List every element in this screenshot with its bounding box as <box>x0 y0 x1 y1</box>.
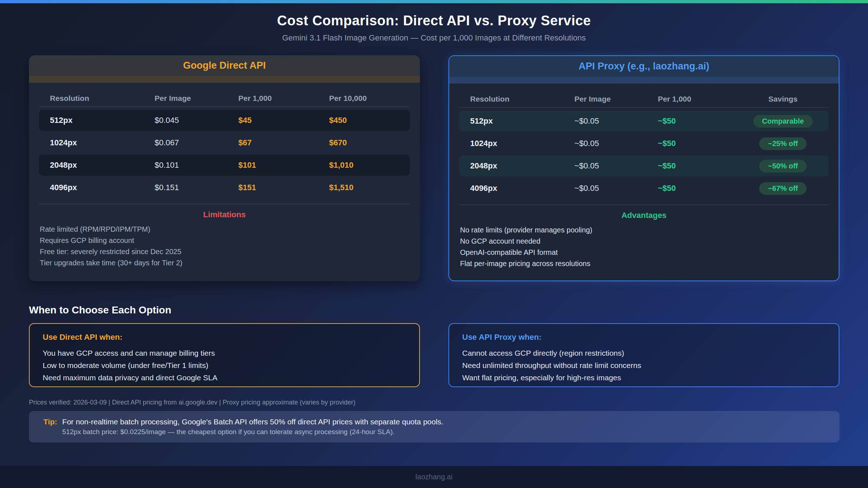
table-row: 2048px $0.101 $101 $1,010 <box>39 155 410 176</box>
per-image-cell: $0.151 <box>155 183 239 192</box>
per-1000-cell: $101 <box>238 160 329 170</box>
table-row: 2048px ~$0.05 ~$50 ~50% off <box>459 155 829 176</box>
per-1000-cell: ~$50 <box>658 184 748 193</box>
brand-text: laozhang.ai <box>416 473 452 481</box>
column-header: Savings <box>769 95 798 103</box>
table-row: 1024px ~$0.05 ~$50 ~25% off <box>459 133 829 154</box>
use-api-proxy-box: Use API Proxy when: Cannot access GCP di… <box>448 323 839 387</box>
list-item: Low to moderate volume (under free/Tier … <box>43 359 406 372</box>
advantages-list: No rate limits (provider manages pooling… <box>459 224 829 269</box>
bottom-brand-bar: laozhang.ai <box>0 466 868 488</box>
use-api-proxy-list: Cannot access GCP directly (region restr… <box>462 347 826 384</box>
list-item: Need unlimited throughput without rate l… <box>462 359 826 372</box>
column-header: Resolution <box>50 94 155 103</box>
direct-panel-accent-strip <box>29 76 420 83</box>
resolution-cell: 512px <box>470 116 574 126</box>
column-header: Per 10,000 <box>329 94 399 103</box>
proxy-panel-body: Resolution Per Image Per 1,000 Savings 5… <box>449 84 839 269</box>
per-image-cell: ~$0.05 <box>574 161 658 171</box>
per-image-cell: ~$0.05 <box>574 139 658 148</box>
prices-verified-note: Prices verified: 2026-03-09 | Direct API… <box>29 399 356 406</box>
column-header: Resolution <box>470 95 574 103</box>
list-item: Rate limited (RPM/RPD/IPM/TPM) <box>40 224 410 235</box>
limitations-list: Rate limited (RPM/RPD/IPM/TPM) Requires … <box>39 224 410 269</box>
list-item: You have GCP access and can manage billi… <box>43 347 406 359</box>
per-image-cell: ~$0.05 <box>574 184 658 193</box>
use-direct-api-box: Use Direct API when: You have GCP access… <box>29 323 420 387</box>
list-item: No rate limits (provider manages pooling… <box>460 224 829 236</box>
table-row: 4096px ~$0.05 ~$50 ~67% off <box>459 178 829 199</box>
divider <box>39 204 410 204</box>
list-item: Requires GCP billing account <box>40 235 410 246</box>
table-row: 4096px $0.151 $151 $1,510 <box>39 177 410 198</box>
list-item: OpenAI-compatible API format <box>460 247 829 258</box>
proxy-panel-title: API Proxy (e.g., laozhang.ai) <box>449 56 839 77</box>
choose-section-heading: When to Choose Each Option <box>29 304 171 316</box>
list-item: Need maximum data privacy and direct Goo… <box>43 372 406 384</box>
pricing-panels: Google Direct API Resolution Per Image P… <box>29 55 839 281</box>
per-1000-cell: $67 <box>238 138 329 147</box>
direct-panel-title: Google Direct API <box>29 55 420 76</box>
divider <box>459 205 829 205</box>
list-item: Flat per-image pricing across resolution… <box>460 258 829 269</box>
page-subtitle: Gemini 3.1 Flash Image Generation — Cost… <box>0 33 868 43</box>
per-image-cell: ~$0.05 <box>574 116 658 126</box>
per-10000-cell: $1,010 <box>329 160 399 170</box>
proxy-panel-accent-strip <box>449 77 839 84</box>
per-1000-cell: ~$50 <box>658 161 748 171</box>
table-row: 512px ~$0.05 ~$50 Comparable <box>459 111 829 132</box>
savings-badge: ~25% off <box>759 137 807 150</box>
per-10000-cell: $670 <box>329 138 399 147</box>
per-image-cell: $0.101 <box>155 160 239 170</box>
column-header: Per 1,000 <box>238 94 329 103</box>
per-1000-cell: ~$50 <box>658 116 748 126</box>
table-row: 1024px $0.067 $67 $670 <box>39 132 410 153</box>
use-direct-api-list: You have GCP access and can manage billi… <box>43 347 406 384</box>
advantages-title: Advantages <box>459 211 829 220</box>
direct-table-header: Resolution Per Image Per 1,000 Per 10,00… <box>39 90 410 107</box>
direct-api-panel: Google Direct API Resolution Per Image P… <box>29 55 420 281</box>
per-image-cell: $0.045 <box>155 116 239 125</box>
column-header: Per 1,000 <box>658 95 748 103</box>
tip-text: For non-realtime batch processing, Googl… <box>62 418 825 426</box>
tip-box: Tip: For non-realtime batch processing, … <box>29 411 839 442</box>
per-10000-cell: $1,510 <box>329 183 399 192</box>
savings-badge: ~50% off <box>759 160 807 172</box>
per-1000-cell: $45 <box>238 116 329 125</box>
page-title: Cost Comparison: Direct API vs. Proxy Se… <box>0 12 868 29</box>
divider <box>459 107 829 108</box>
tip-label: Tip: <box>43 418 57 426</box>
resolution-cell: 4096px <box>470 184 574 193</box>
per-image-cell: $0.067 <box>155 138 239 147</box>
choose-boxes: Use Direct API when: You have GCP access… <box>29 323 839 387</box>
savings-badge: Comparable <box>753 115 813 128</box>
direct-panel-body: Resolution Per Image Per 1,000 Per 10,00… <box>29 83 420 269</box>
list-item: No GCP account needed <box>460 236 829 247</box>
resolution-cell: 2048px <box>470 161 574 171</box>
api-proxy-panel: API Proxy (e.g., laozhang.ai) Resolution… <box>448 55 839 281</box>
list-item: Want flat pricing, especially for high-r… <box>462 372 826 384</box>
column-header: Per Image <box>155 94 239 103</box>
list-item: Free tier: severely restricted since Dec… <box>40 246 410 257</box>
list-item: Cannot access GCP directly (region restr… <box>462 347 826 359</box>
use-direct-api-title: Use Direct API when: <box>43 333 406 342</box>
resolution-cell: 512px <box>50 116 155 125</box>
column-header: Per Image <box>574 95 658 103</box>
per-10000-cell: $450 <box>329 116 399 125</box>
page-header: Cost Comparison: Direct API vs. Proxy Se… <box>0 12 868 43</box>
page: Cost Comparison: Direct API vs. Proxy Se… <box>0 0 868 488</box>
resolution-cell: 4096px <box>50 183 155 192</box>
top-accent-bar <box>0 0 868 3</box>
tip-subtext: 512px batch price: $0.0225/image — the c… <box>62 428 825 436</box>
resolution-cell: 1024px <box>50 138 155 147</box>
limitations-title: Limitations <box>39 210 410 219</box>
proxy-table-header: Resolution Per Image Per 1,000 Savings <box>459 91 829 107</box>
per-1000-cell: ~$50 <box>658 139 748 148</box>
resolution-cell: 1024px <box>470 139 574 148</box>
use-api-proxy-title: Use API Proxy when: <box>462 333 826 342</box>
divider <box>39 107 410 107</box>
table-row: 512px $0.045 $45 $450 <box>39 110 410 131</box>
resolution-cell: 2048px <box>50 160 155 170</box>
savings-badge: ~67% off <box>759 182 807 195</box>
per-1000-cell: $151 <box>238 183 329 192</box>
